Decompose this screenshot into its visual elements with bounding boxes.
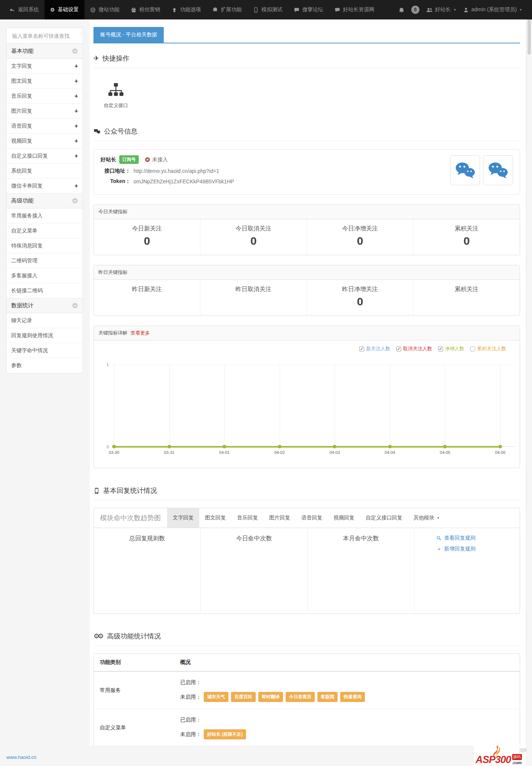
nav-item-feature-options[interactable]: 功能选项: [166, 0, 207, 19]
sidebar-item[interactable]: 长链接二维码: [7, 283, 83, 298]
logo-tag: 源码: [512, 754, 522, 760]
gridline-vertical: [169, 364, 170, 447]
sidebar-item[interactable]: 回复规则使用情况: [7, 328, 83, 343]
sidebar-item[interactable]: 系统回复: [7, 164, 83, 178]
expand-plus-icon: +: [74, 62, 78, 70]
quick-item-custom-api[interactable]: 自定义接口: [102, 82, 129, 109]
sidebar-item[interactable]: 音乐回复+: [7, 89, 83, 104]
reply-panel: 模块命中次数趋势图 文字回复图文回复音乐回复图片回复语音回复视频回复自定义接口回…: [93, 508, 520, 614]
sidebar-item[interactable]: 常用服务接入: [7, 208, 83, 223]
nav-item-return-system[interactable]: 返回系统: [4, 0, 44, 19]
stat-label: 昨日取消关注: [200, 286, 307, 293]
sidebar-item[interactable]: 关键字命中情况: [7, 343, 83, 358]
stat-value: [94, 295, 200, 309]
reply-links: 查看回复规则＋新增回复规则: [414, 528, 520, 613]
nav-item-fans-marketing[interactable]: 粉丝营销: [125, 0, 166, 19]
sidebar-item[interactable]: 微信卡券回复+: [7, 178, 83, 193]
nav-item-extensions[interactable]: 扩展功能: [207, 0, 247, 19]
legend-item[interactable]: ✓取消关注人数: [396, 345, 432, 352]
sidebar-item-label: 特殊消息回复: [11, 242, 78, 249]
sidebar-item[interactable]: 图片回复+: [7, 104, 83, 119]
sidebar-item[interactable]: 二维码管理: [7, 253, 83, 268]
module-badge: 今日老黄历: [286, 692, 315, 702]
line-label: 未启用：: [180, 694, 201, 701]
legend-checkbox[interactable]: ✓: [359, 347, 364, 351]
tab-reply-module[interactable]: 文字回复: [167, 508, 199, 528]
user-menu[interactable]: admin (系统管理员) ▼: [463, 6, 522, 13]
stat-label: 累积关注: [413, 286, 520, 293]
tab-reply-module[interactable]: 图文回复: [199, 508, 231, 528]
module-badge: 看新闻: [317, 692, 338, 702]
bell-icon[interactable]: [399, 7, 405, 13]
legend-checkbox[interactable]: [470, 347, 475, 351]
stat-cell: 今日取消关注0: [200, 219, 307, 255]
sidebar-item[interactable]: 自定义菜单: [7, 223, 83, 238]
sidebar-item[interactable]: 特殊消息回复: [7, 238, 83, 253]
wechat-qr-button[interactable]: [483, 155, 513, 185]
line-label: 已启用：: [180, 679, 201, 686]
footer-site-link[interactable]: www.haoid.cn: [6, 754, 36, 760]
tab-reply-module[interactable]: 自定义接口回复: [360, 508, 408, 528]
expand-plus-icon: +: [74, 77, 78, 85]
legend-item[interactable]: ✓净增人数: [438, 345, 464, 352]
gridline-vertical: [335, 364, 335, 447]
search-icon: [436, 535, 442, 541]
chevron-circle-icon: [72, 302, 78, 309]
sidebar-item[interactable]: 文字回复+: [7, 59, 83, 74]
scrollbar[interactable]: ▲: [526, 0, 532, 766]
yesterday-stats-panel: 昨日关键指标 昨日新关注昨日取消关注昨日净增关注0累积关注: [93, 265, 520, 316]
sidebar-group-header[interactable]: 高级功能: [7, 193, 83, 208]
arrow-up-icon: [172, 7, 177, 13]
legend-item[interactable]: ✓新关注人数: [359, 345, 390, 352]
top-navbar: 返回系统⚙基础设置微站功能粉丝营销功能选项扩展功能模拟测试微擎论坛好站长资源网 …: [0, 0, 532, 19]
tab-account-overview[interactable]: 账号概况 - 平台相关数据: [93, 27, 164, 43]
plus-link-icon: ＋: [436, 546, 442, 552]
legend-checkbox[interactable]: ✓: [396, 347, 401, 351]
table-category-label: 自定义菜单: [100, 724, 126, 731]
nav-item-basic-settings[interactable]: ⚙基础设置: [44, 0, 84, 19]
reply-rule-link[interactable]: ＋新增回复规则: [436, 546, 520, 552]
reply-rule-link[interactable]: 查看回复规则: [436, 535, 520, 541]
notification-badge[interactable]: 0: [411, 6, 419, 14]
sidebar-item[interactable]: 参数: [7, 358, 83, 373]
legend-checkbox[interactable]: ✓: [438, 347, 443, 351]
sidebar-item[interactable]: 自定义接口回复+: [7, 149, 83, 164]
wechat-qr-button[interactable]: [450, 155, 480, 185]
nav-item-simulation-test[interactable]: 模拟测试: [247, 0, 288, 19]
tab-reply-module[interactable]: 图片回复: [264, 508, 296, 528]
tab-reply-module[interactable]: 语音回复: [296, 508, 328, 528]
sidebar-item[interactable]: 多客服接入: [7, 268, 83, 283]
sidebar-search-input[interactable]: [11, 33, 78, 39]
today-stats-panel: 今日关键指标 今日新关注0今日取消关注0今日净增关注0累积关注0: [93, 204, 520, 255]
nav-item-micro-site[interactable]: 微站功能: [84, 0, 125, 19]
sidebar-item-label: 常用服务接入: [11, 213, 78, 219]
sidebar-group-header[interactable]: 基本功能: [7, 44, 83, 59]
reply-stats-body: 总回复规则数今日命中次数本月命中次数 查看回复规则＋新增回复规则: [94, 528, 520, 613]
sidebar-item-label: 视频回复: [11, 138, 74, 144]
table-overview-line: 已启用：: [180, 716, 514, 724]
chart-point: [388, 445, 391, 448]
stat-label: 今日取消关注: [200, 225, 307, 233]
chart-panel-header: 关键指标详解 查看更多: [94, 326, 520, 341]
sidebar-item[interactable]: 聊天记录: [7, 313, 83, 328]
x-axis-label: 04-04: [385, 450, 395, 455]
quick-ops-section: ✈ 快捷操作 自定义接口: [93, 54, 520, 109]
sidebar-group-header[interactable]: 数据统计: [7, 298, 83, 313]
stat-cell: 累积关注: [413, 280, 520, 315]
chart-body: ✓新关注人数✓取消关注人数✓净增人数累积关注人数 03-3003-3104-01…: [94, 341, 520, 468]
legend-label: 取消关注人数: [403, 345, 432, 352]
tab-reply-module[interactable]: 音乐回复: [231, 508, 264, 528]
reply-stat-cell: 今日命中次数: [200, 528, 307, 613]
sidebar-item[interactable]: 图文回复+: [7, 74, 83, 89]
view-more-link[interactable]: 查看更多: [130, 330, 150, 336]
tab-other-modules[interactable]: 其他模块 ▼: [408, 508, 445, 528]
nav-item-weiqing-forum[interactable]: 微擎论坛: [288, 0, 329, 19]
sidebar-item[interactable]: 语音回复+: [7, 119, 83, 134]
sidebar-item[interactable]: 视频回复+: [7, 134, 83, 149]
account-menu[interactable]: 好站长 ▼: [426, 6, 456, 13]
nav-item-haozhanzhang-resources[interactable]: 好站长资源网: [329, 0, 380, 19]
tab-reply-module[interactable]: 视频回复: [328, 508, 360, 528]
expand-plus-icon: +: [74, 182, 78, 190]
legend-item[interactable]: 累积关注人数: [470, 345, 506, 352]
wechat-icon: [454, 161, 476, 180]
